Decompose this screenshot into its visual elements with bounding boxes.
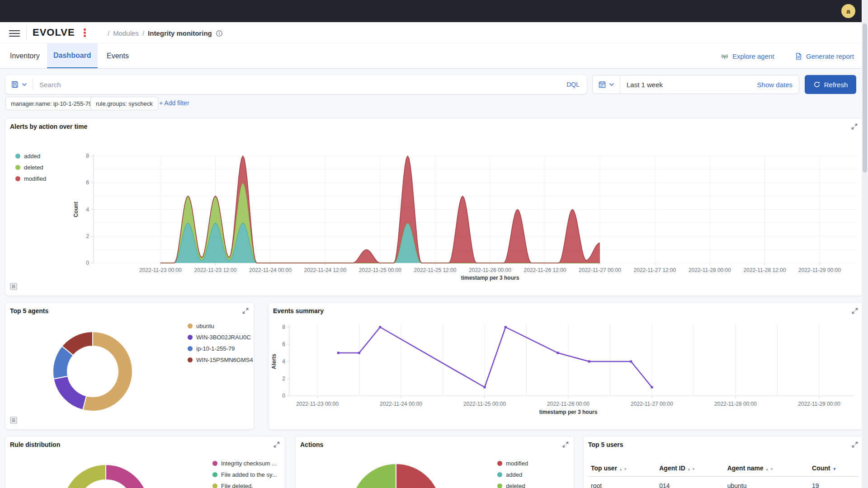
breadcrumb-current: Integrity monitoring — [148, 29, 212, 37]
svg-text:2022-11-24 12:00: 2022-11-24 12:00 — [304, 267, 347, 273]
sort-desc-icon: ▼ — [832, 467, 836, 471]
legend-item[interactable]: modified — [497, 460, 528, 467]
legend-item[interactable]: modified — [15, 175, 46, 182]
app-logo[interactable]: EVOLVE — [33, 27, 75, 38]
panel-rule-distribution: Rule distribution Integrity checksum ...… — [5, 436, 285, 488]
legend-item[interactable]: File added to the sy... — [212, 471, 277, 478]
tab-events[interactable]: Events — [100, 43, 135, 68]
sort-icon: ▲ ▼ — [765, 467, 774, 471]
expand-icon[interactable] — [851, 441, 859, 448]
legend-item[interactable]: added — [15, 153, 46, 160]
legend-item[interactable]: WIN-3BO02JRAU0C — [188, 334, 253, 341]
table-header-agent-id[interactable]: Agent ID▲ ▼ — [656, 460, 724, 477]
logo-dots-icon — [84, 28, 86, 38]
panel-top-agents: Top 5 agents ubuntuWIN-3BO02JRAU0Cip-10-… — [5, 303, 254, 429]
actions-pie-chart — [296, 436, 574, 488]
legend-dot — [497, 483, 502, 488]
add-filter-button[interactable]: + Add filter — [159, 99, 189, 107]
expand-icon[interactable] — [851, 123, 858, 130]
menu-icon[interactable] — [9, 28, 20, 38]
svg-text:2022-11-25 12:00: 2022-11-25 12:00 — [414, 267, 457, 273]
expand-icon[interactable] — [242, 307, 249, 314]
table-header-top-user[interactable]: Top user▲ ▼ — [588, 460, 656, 477]
legend-dot — [188, 335, 193, 340]
panel-events-summary: Events summary 2022-11-23 00:002022-11-2… — [269, 303, 863, 429]
legend-label: WIN-15PSMN6GMS4 — [196, 357, 253, 363]
tab-inventory[interactable]: Inventory — [4, 43, 46, 68]
svg-text:2022-11-24 00:00: 2022-11-24 00:00 — [380, 401, 422, 407]
info-icon[interactable] — [216, 30, 223, 37]
svg-text:timestamp per 3 hours: timestamp per 3 hours — [539, 409, 598, 415]
legend-item[interactable]: ip-10-1-255-79 — [188, 345, 253, 352]
date-picker: Last 1 week Show dates — [592, 75, 799, 94]
legend-toggle-icon[interactable] — [10, 283, 17, 290]
search-input[interactable] — [33, 81, 559, 89]
table-header-count[interactable]: Count▼ — [809, 460, 859, 477]
legend-dot — [15, 154, 20, 159]
table-header-agent-name[interactable]: Agent name▲ ▼ — [725, 460, 809, 477]
legend-label: ip-10-1-255-79 — [196, 345, 235, 352]
svg-text:6: 6 — [282, 341, 285, 347]
scrollbar-thumb[interactable] — [863, 23, 867, 173]
date-range-value[interactable]: Last 1 week — [620, 81, 751, 89]
legend-dot — [212, 472, 217, 477]
panel-title: Events summary — [273, 307, 324, 314]
svg-text:2022-11-23 00:00: 2022-11-23 00:00 — [139, 267, 182, 273]
legend-label: modified — [506, 460, 528, 467]
refresh-button[interactable]: Refresh — [805, 75, 856, 94]
breadcrumb: / Modules / Integrity monitoring — [108, 29, 223, 37]
legend-item[interactable]: deleted — [15, 164, 46, 171]
table-cell: 014 — [656, 477, 724, 488]
scrollbar[interactable] — [862, 0, 868, 488]
breadcrumb-modules[interactable]: Modules — [113, 29, 139, 37]
generate-report-button[interactable]: Generate report — [795, 50, 854, 62]
expand-icon[interactable] — [562, 441, 569, 448]
svg-text:Count: Count — [73, 202, 79, 217]
svg-text:2022-11-27 12:00: 2022-11-27 12:00 — [634, 267, 676, 273]
agents-legend: ubuntuWIN-3BO02JRAU0Cip-10-1-255-79WIN-1… — [188, 323, 253, 363]
legend-label: added — [506, 471, 522, 478]
panel-title: Top 5 agents — [10, 307, 48, 314]
legend-dot — [188, 324, 193, 328]
explore-agent-button[interactable]: Explore agent — [721, 50, 774, 62]
antenna-icon — [721, 52, 729, 60]
legend-item[interactable]: WIN-15PSMN6GMS4 — [188, 357, 253, 363]
legend-item[interactable]: Integrity checksum ... — [212, 460, 277, 467]
filter-pill-rule-groups[interactable]: rule.groups: syscheck — [90, 97, 158, 110]
legend-dot — [497, 472, 502, 477]
user-avatar[interactable]: a — [841, 4, 855, 18]
legend-item[interactable]: ubuntu — [188, 323, 253, 329]
legend-toggle-icon[interactable] — [10, 417, 17, 424]
legend-dot — [212, 483, 217, 488]
legend-item[interactable]: File deleted. — [212, 483, 277, 488]
show-dates-button[interactable]: Show dates — [751, 81, 799, 89]
svg-text:2022-11-28 12:00: 2022-11-28 12:00 — [744, 267, 786, 273]
legend-label: WIN-3BO02JRAU0C — [196, 334, 251, 341]
refresh-icon — [813, 81, 821, 88]
save-icon — [11, 80, 19, 89]
table-cell: ubuntu — [725, 477, 809, 488]
tab-dashboard[interactable]: Dashboard — [47, 43, 98, 68]
table-cell: root — [588, 477, 656, 488]
panel-title: Rule distribution — [10, 441, 60, 448]
table-row[interactable]: root014ubuntu19 — [588, 477, 859, 488]
saved-queries-button[interactable] — [5, 80, 33, 89]
legend-item[interactable]: deleted — [497, 483, 528, 488]
chevron-down-icon — [609, 83, 614, 86]
svg-text:2022-11-27 00:00: 2022-11-27 00:00 — [579, 267, 621, 273]
dql-language-button[interactable]: DQL — [559, 81, 587, 88]
sort-icon: ▲ ▼ — [619, 467, 627, 471]
calendar-dropdown-button[interactable] — [593, 75, 620, 94]
legend-item[interactable]: added — [497, 471, 528, 478]
expand-icon[interactable] — [851, 307, 859, 314]
svg-text:0: 0 — [86, 260, 89, 266]
filter-pill-manager-name[interactable]: manager.name: ip-10-1-255-79 — [5, 97, 97, 110]
panel-title: Alerts by action over time — [10, 123, 87, 130]
actions-legend: modifiedaddeddeleted — [497, 460, 528, 488]
panel-actions: Actions modifiedaddeddeleted — [296, 436, 574, 488]
svg-text:8: 8 — [86, 153, 89, 159]
expand-icon[interactable] — [273, 441, 280, 448]
explore-agent-label: Explore agent — [732, 52, 774, 60]
legend-label: modified — [24, 175, 46, 182]
svg-text:8: 8 — [282, 324, 285, 330]
